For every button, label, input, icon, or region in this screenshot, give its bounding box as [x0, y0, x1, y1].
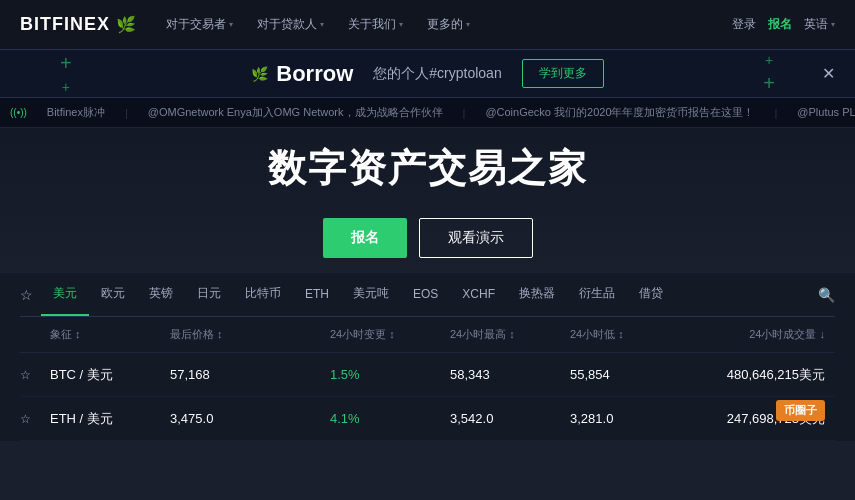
row-symbol-btc: BTC / 美元 — [50, 366, 170, 384]
banner-borrow-brand: 🌿 Borrow — [251, 61, 353, 87]
hero-title: 数字资产交易之家 — [268, 143, 588, 194]
ticker-item-3: @Plutus PLIP | Pluton流动 — [797, 105, 855, 120]
th-price[interactable]: 最后价格 ↕ — [170, 327, 330, 342]
chevron-down-icon: ▾ — [320, 20, 324, 29]
banner-cta-button[interactable]: 学到更多 — [522, 59, 604, 88]
hero-signup-button[interactable]: 报名 — [323, 218, 407, 258]
nav-item-about[interactable]: 关于我们 ▾ — [338, 10, 413, 39]
tab-btc[interactable]: 比特币 — [233, 273, 293, 316]
market-section: ☆ 美元 欧元 英镑 日元 比特币 ETH 美元吨 EOS XCHF 换热器 — [0, 273, 855, 441]
hero-buttons: 报名 观看演示 — [323, 218, 533, 258]
th-low[interactable]: 24小时低 ↕ — [570, 327, 690, 342]
row-low-btc: 55,854 — [570, 367, 690, 382]
plus-icon: + — [765, 52, 773, 68]
tab-gbp[interactable]: 英镑 — [137, 273, 185, 316]
live-pulse-icon: ((•)) — [10, 107, 27, 118]
tab-derivatives[interactable]: 衍生品 — [567, 273, 627, 316]
market-tabs: ☆ 美元 欧元 英镑 日元 比特币 ETH 美元吨 EOS XCHF 换热器 — [20, 273, 835, 317]
row-change-btc: 1.5% — [330, 367, 450, 382]
banner-decoration-left: + + — [60, 52, 72, 95]
tab-eos[interactable]: EOS — [401, 273, 450, 316]
tab-exchanger[interactable]: 换热器 — [507, 273, 567, 316]
hero-demo-button[interactable]: 观看演示 — [419, 218, 533, 258]
nav-item-lenders[interactable]: 对于贷款人 ▾ — [247, 10, 334, 39]
table-header: 象征 ↕ 最后价格 ↕ 24小时变更 ↕ 24小时最高 ↕ 24小时低 ↕ 24… — [20, 317, 835, 353]
row-price-btc: 57,168 — [170, 367, 330, 382]
row-volume-btc: 480,646,215美元 — [690, 366, 835, 384]
login-button[interactable]: 登录 — [732, 16, 756, 33]
tab-jpy[interactable]: 日元 — [185, 273, 233, 316]
ticker-item-1: @OMGnetwork Enya加入OMG Network，成为战略合作伙伴 — [148, 105, 443, 120]
ticker-item-2: @CoinGecko 我们的2020年年度加密货币报告在这里！ — [485, 105, 754, 120]
chevron-down-icon: ▾ — [229, 20, 233, 29]
row-low-eth: 3,281.0 — [570, 411, 690, 426]
th-high[interactable]: 24小时最高 ↕ — [450, 327, 570, 342]
language-selector[interactable]: 英语 ▾ — [804, 16, 835, 33]
banner-tagline: 您的个人#cryptoloan — [373, 65, 501, 83]
nav-item-more[interactable]: 更多的 ▾ — [417, 10, 480, 39]
row-change-eth: 4.1% — [330, 411, 450, 426]
nav-links: 对于交易者 ▾ 对于贷款人 ▾ 关于我们 ▾ 更多的 ▾ — [156, 10, 732, 39]
tab-usd[interactable]: 美元 — [41, 273, 89, 316]
ticker-label: Bitfinex脉冲 — [47, 105, 105, 120]
logo: BITFINEX 🌿 — [20, 14, 136, 35]
logo-icon: 🌿 — [116, 15, 136, 34]
th-change[interactable]: 24小时变更 ↕ — [330, 327, 450, 342]
banner-decoration-right: + + — [763, 52, 775, 95]
tab-eth[interactable]: ETH — [293, 273, 341, 316]
plus-icon: + — [763, 72, 775, 95]
th-symbol[interactable]: 象征 ↕ — [50, 327, 170, 342]
row-price-eth: 3,475.0 — [170, 411, 330, 426]
market-table: 象征 ↕ 最后价格 ↕ 24小时变更 ↕ 24小时最高 ↕ 24小时低 ↕ 24… — [20, 317, 835, 441]
search-icon[interactable]: 🔍 — [818, 287, 835, 303]
hero-section: 数字资产交易之家 报名 观看演示 — [0, 128, 855, 273]
borrow-banner: + + 🌿 Borrow 您的个人#cryptoloan 学到更多 + + ✕ — [0, 50, 855, 98]
row-high-eth: 3,542.0 — [450, 411, 570, 426]
tab-eur[interactable]: 欧元 — [89, 273, 137, 316]
ticker-bar: ((•)) Bitfinex脉冲 | @OMGnetwork Enya加入OMG… — [0, 98, 855, 128]
row-symbol-eth: ETH / 美元 — [50, 410, 170, 428]
borrow-leaf-icon: 🌿 — [251, 66, 268, 82]
close-icon[interactable]: ✕ — [822, 64, 835, 83]
plus-icon: + — [62, 79, 70, 95]
nav-right: 登录 报名 英语 ▾ — [732, 16, 835, 33]
navbar: BITFINEX 🌿 对于交易者 ▾ 对于贷款人 ▾ 关于我们 ▾ 更多的 ▾ … — [0, 0, 855, 50]
row-star-eth[interactable]: ☆ — [20, 412, 50, 426]
borrow-title: Borrow — [276, 61, 353, 87]
row-star-btc[interactable]: ☆ — [20, 368, 50, 382]
chevron-down-icon: ▾ — [831, 20, 835, 29]
table-row: ☆ ETH / 美元 3,475.0 4.1% 3,542.0 3,281.0 … — [20, 397, 835, 441]
favorites-star-icon[interactable]: ☆ — [20, 287, 33, 303]
tab-udt[interactable]: 美元吨 — [341, 273, 401, 316]
chevron-down-icon: ▾ — [399, 20, 403, 29]
nav-item-traders[interactable]: 对于交易者 ▾ — [156, 10, 243, 39]
plus-icon: + — [60, 52, 72, 75]
th-volume[interactable]: 24小时成交量 ↓ — [690, 327, 835, 342]
watermark: 币圈子 — [776, 400, 825, 421]
tab-xchf[interactable]: XCHF — [450, 273, 507, 316]
chevron-down-icon: ▾ — [466, 20, 470, 29]
logo-text: BITFINEX — [20, 14, 110, 35]
signup-button[interactable]: 报名 — [768, 16, 792, 33]
row-high-btc: 58,343 — [450, 367, 570, 382]
table-row: ☆ BTC / 美元 57,168 1.5% 58,343 55,854 480… — [20, 353, 835, 397]
tab-lending[interactable]: 借贷 — [627, 273, 675, 316]
